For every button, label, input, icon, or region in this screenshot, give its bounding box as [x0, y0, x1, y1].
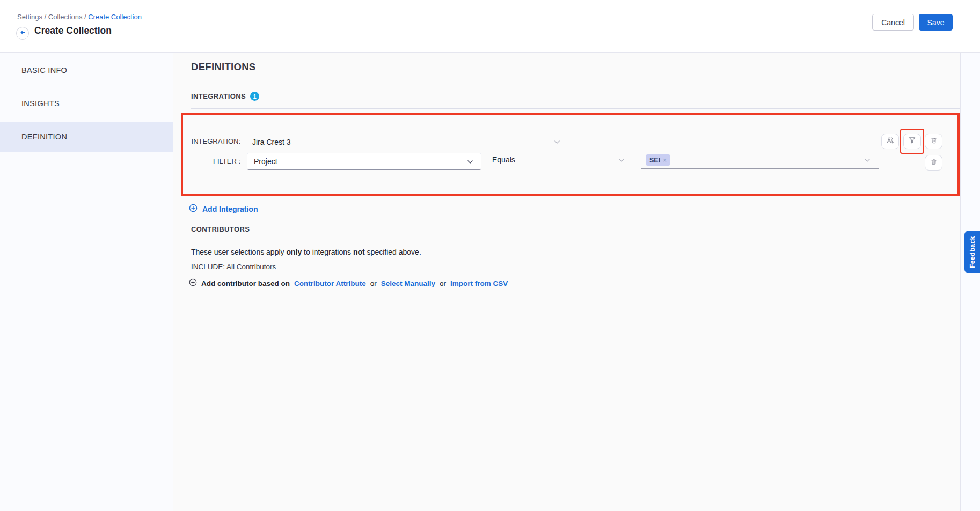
tag-remove-icon[interactable]: × — [663, 157, 667, 164]
cancel-button[interactable]: Cancel — [872, 14, 914, 31]
filter-operator-value: Equals — [486, 155, 515, 164]
integration-select[interactable]: Jira Crest 3 — [247, 134, 568, 150]
trash-icon — [930, 137, 938, 146]
select-manually-link[interactable]: Select Manually — [381, 279, 435, 287]
filter-field-value: Project — [247, 157, 277, 166]
breadcrumb: Settings / Collections / Create Collecti… — [17, 13, 142, 21]
breadcrumb-prefix[interactable]: Settings / Collections / — [17, 13, 88, 21]
plus-circle-icon — [189, 278, 197, 288]
filter-button[interactable] — [903, 134, 921, 149]
trash-icon — [930, 158, 938, 168]
note-bold: only — [286, 248, 302, 256]
feedback-tab-label: Feedback — [969, 236, 976, 268]
page-background-strip — [961, 53, 980, 511]
include-contributors-line: INCLUDE: All Contributors — [191, 263, 276, 271]
add-people-icon — [886, 136, 894, 146]
integrations-label: INTEGRATIONS — [191, 92, 246, 100]
add-contributor-row: Add contributor based on Contributor Att… — [189, 278, 508, 288]
import-from-csv-link[interactable]: Import from CSV — [450, 279, 508, 287]
add-integration-label: Add Integration — [202, 205, 258, 213]
note-text: These user selections apply — [191, 248, 286, 256]
filter-field-select[interactable]: Project — [247, 153, 481, 170]
add-integration-button[interactable]: Add Integration — [189, 204, 258, 214]
save-button[interactable]: Save — [919, 14, 953, 31]
chevron-down-icon — [864, 158, 871, 162]
filter-field-label: FILTER : — [183, 157, 240, 166]
manage-contributors-button[interactable] — [881, 134, 899, 149]
add-contributor-label: Add contributor based on — [201, 279, 290, 287]
funnel-filter-icon — [908, 136, 916, 146]
integrations-header: INTEGRATIONS 1 — [191, 92, 259, 101]
note-bold: not — [353, 248, 365, 256]
integrations-divider — [191, 108, 960, 109]
note-text: specified above. — [365, 248, 421, 256]
or-text: or — [440, 279, 446, 287]
delete-filter-button[interactable] — [925, 155, 942, 171]
integration-row-highlight-box: INTEGRATION: Jira Crest 3 FILTER : Proje… — [181, 113, 960, 196]
contributors-note: These user selections apply only to inte… — [191, 248, 421, 256]
filter-value-select[interactable]: SEI × — [641, 152, 879, 169]
create-collection-page: Settings / Collections / Create Collecti… — [0, 0, 980, 511]
contributors-divider — [191, 235, 960, 235]
filter-value-tag: SEI × — [646, 154, 670, 166]
contributors-label: CONTRIBUTORS — [191, 225, 250, 233]
integration-field-label: INTEGRATION: — [183, 137, 240, 146]
chevron-down-icon — [618, 158, 625, 162]
breadcrumb-current[interactable]: Create Collection — [88, 13, 142, 21]
tag-label: SEI — [649, 157, 660, 164]
chevron-down-icon — [554, 140, 560, 144]
integration-select-value: Jira Crest 3 — [247, 138, 291, 146]
page-header: Settings / Collections / Create Collecti… — [0, 0, 980, 53]
filter-operator-select[interactable]: Equals — [486, 152, 634, 168]
settings-sidebar: BASIC INFO INSIGHTS DEFINITION — [0, 53, 173, 511]
delete-integration-button[interactable] — [925, 134, 942, 149]
note-text: to integrations — [302, 248, 353, 256]
integrations-count-badge: 1 — [250, 92, 259, 101]
definitions-heading: DEFINITIONS — [191, 61, 255, 73]
or-text: or — [370, 279, 377, 287]
chevron-down-icon — [467, 160, 473, 164]
back-arrow-icon — [19, 28, 26, 38]
sidebar-item-basic-info[interactable]: BASIC INFO — [0, 55, 173, 85]
plus-circle-icon — [189, 204, 198, 214]
sidebar-item-definition[interactable]: DEFINITION — [0, 122, 173, 152]
page-title: Create Collection — [34, 25, 112, 36]
feedback-tab[interactable]: Feedback — [964, 231, 980, 273]
contributor-attribute-link[interactable]: Contributor Attribute — [294, 279, 366, 287]
back-button[interactable] — [16, 27, 29, 40]
sidebar-item-insights[interactable]: INSIGHTS — [0, 88, 173, 119]
